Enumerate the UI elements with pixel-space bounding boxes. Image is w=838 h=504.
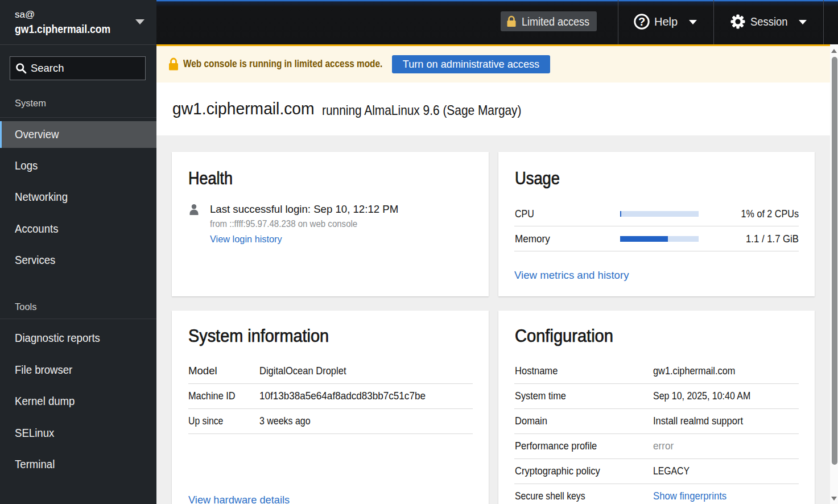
svg-text:?: ? <box>638 15 645 28</box>
